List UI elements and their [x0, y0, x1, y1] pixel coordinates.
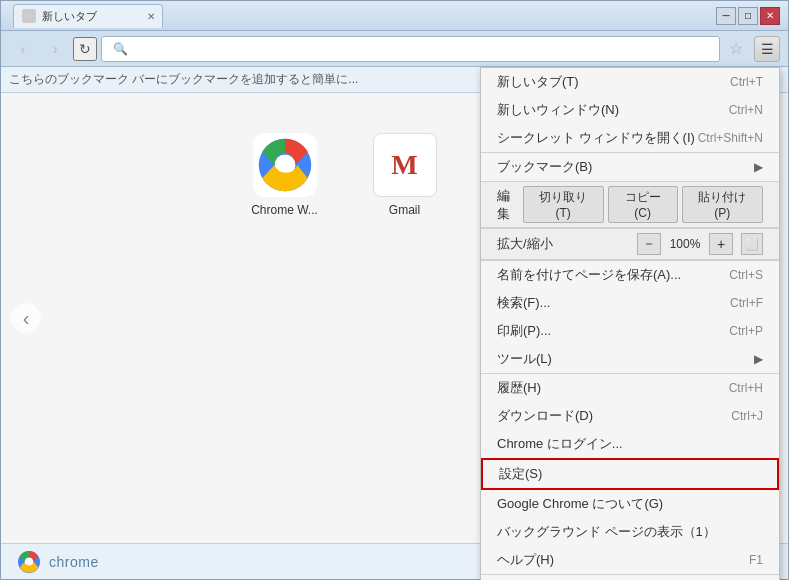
menu-item-label-help: ヘルプ(H) [497, 551, 749, 569]
toolbar: ‹ › ↻ 🔍 ☆ ☰ [1, 31, 788, 67]
menu-item-help[interactable]: ヘルプ(H)F1 [481, 546, 779, 574]
zoom-out-button[interactable]: － [637, 233, 661, 255]
chrome-menu-button[interactable]: ☰ [754, 36, 780, 62]
menu-item-label-bookmarks: ブックマーク(B) [497, 158, 754, 176]
menu-item-shortcut-print: Ctrl+P [729, 324, 763, 338]
tab-close-button[interactable]: ✕ [144, 9, 158, 23]
bookmark-bar-text: こちらのブックマーク バーにブックマークを追加すると簡単に... [9, 71, 358, 88]
fullscreen-button[interactable]: ⬜ [741, 233, 763, 255]
menu-item-incognito[interactable]: シークレット ウィンドウを開く(I)Ctrl+Shift+N [481, 124, 779, 152]
chrome-logo: chrome [17, 550, 99, 574]
menu-item-history[interactable]: 履歴(H)Ctrl+H [481, 373, 779, 402]
title-bar: 新しいタブ ✕ ─ □ ✕ [1, 1, 788, 31]
menu-item-shortcut-save-page: Ctrl+S [729, 268, 763, 282]
toolbar-right: ☆ ☰ [724, 36, 780, 62]
menu-item-label-downloads: ダウンロード(D) [497, 407, 731, 425]
active-tab[interactable]: 新しいタブ ✕ [13, 4, 163, 28]
menu-item-tools[interactable]: ツール(L)▶ [481, 345, 779, 373]
cut-button[interactable]: 切り取り(T) [523, 186, 604, 223]
zoom-in-button[interactable]: + [709, 233, 733, 255]
reload-button[interactable]: ↻ [73, 37, 97, 61]
menu-item-label-save-page: 名前を付けてページを保存(A)... [497, 266, 729, 284]
menu-item-label-tools: ツール(L) [497, 350, 754, 368]
svg-point-2 [278, 158, 292, 172]
edit-buttons: 切り取り(T) コピー(C) 貼り付け(P) [523, 186, 763, 223]
forward-button[interactable]: › [41, 36, 69, 62]
menu-item-shortcut-incognito: Ctrl+Shift+N [698, 131, 763, 145]
menu-item-label-history: 履歴(H) [497, 379, 729, 397]
chrome-webstore-icon [253, 133, 317, 197]
menu-item-search[interactable]: 検索(F)...Ctrl+F [481, 289, 779, 317]
chrome-webstore-label: Chrome W... [251, 203, 318, 217]
menu-item-login[interactable]: Chrome にログイン... [481, 430, 779, 458]
gmail-icon: M [373, 133, 437, 197]
edit-label: 編集 [497, 187, 523, 223]
menu-item-quit[interactable]: 終了(X) [481, 574, 779, 580]
copy-button[interactable]: コピー(C) [608, 186, 678, 223]
app-item-gmail[interactable]: M Gmail [360, 133, 450, 217]
close-button[interactable]: ✕ [760, 7, 780, 25]
menu-item-shortcut-new-window: Ctrl+N [729, 103, 763, 117]
menu-item-shortcut-search: Ctrl+F [730, 296, 763, 310]
menu-item-shortcut-help: F1 [749, 553, 763, 567]
chrome-logo-text: chrome [49, 554, 99, 570]
menu-item-arrow-bookmarks: ▶ [754, 160, 763, 174]
menu-item-label-about: Google Chrome について(G) [497, 495, 763, 513]
window-controls: ─ □ ✕ [716, 7, 780, 25]
menu-item-shortcut-history: Ctrl+H [729, 381, 763, 395]
chrome-logo-icon [17, 550, 41, 574]
menu-item-label-search: 検索(F)... [497, 294, 730, 312]
menu-item-arrow-tools: ▶ [754, 352, 763, 366]
edit-section: 編集 切り取り(T) コピー(C) 貼り付け(P) [481, 181, 779, 228]
menu-item-background[interactable]: バックグラウンド ページの表示（1） [481, 518, 779, 546]
menu-item-save-page[interactable]: 名前を付けてページを保存(A)...Ctrl+S [481, 260, 779, 289]
menu-item-downloads[interactable]: ダウンロード(D)Ctrl+J [481, 402, 779, 430]
menu-item-label-print: 印刷(P)... [497, 322, 729, 340]
zoom-value: 100% [665, 237, 705, 251]
menu-item-label-incognito: シークレット ウィンドウを開く(I) [497, 129, 698, 147]
omnibox[interactable]: 🔍 [101, 36, 720, 62]
menu-item-shortcut-downloads: Ctrl+J [731, 409, 763, 423]
menu-item-print[interactable]: 印刷(P)...Ctrl+P [481, 317, 779, 345]
search-icon: 🔍 [110, 39, 130, 59]
gmail-label: Gmail [389, 203, 420, 217]
menu-item-label-new-tab: 新しいタブ(T) [497, 73, 730, 91]
tab-label: 新しいタブ [42, 9, 97, 24]
menu-item-about[interactable]: Google Chrome について(G) [481, 490, 779, 518]
paste-button[interactable]: 貼り付け(P) [682, 186, 763, 223]
bookmark-star-button[interactable]: ☆ [724, 37, 748, 61]
menu-item-shortcut-new-tab: Ctrl+T [730, 75, 763, 89]
browser-window: 新しいタブ ✕ ─ □ ✕ ‹ › ↻ 🔍 ☆ ☰ こちらのブックマーク バーに… [0, 0, 789, 580]
menu-item-label-login: Chrome にログイン... [497, 435, 763, 453]
menu-item-label-new-window: 新しいウィンドウ(N) [497, 101, 729, 119]
menu-item-new-tab[interactable]: 新しいタブ(T)Ctrl+T [481, 68, 779, 96]
zoom-section: 拡大/縮小 － 100% + ⬜ [481, 228, 779, 260]
minimize-button[interactable]: ─ [716, 7, 736, 25]
menu-item-bookmarks[interactable]: ブックマーク(B)▶ [481, 152, 779, 181]
maximize-button[interactable]: □ [738, 7, 758, 25]
tab-favicon [22, 9, 36, 23]
menu-item-settings[interactable]: 設定(S) [481, 458, 779, 490]
tab-area: 新しいタブ ✕ [5, 4, 716, 28]
chrome-dropdown-menu: 新しいタブ(T)Ctrl+T新しいウィンドウ(N)Ctrl+Nシークレット ウィ… [480, 67, 780, 580]
apps-nav-left[interactable]: ‹ [11, 303, 41, 333]
app-item-chrome[interactable]: Chrome W... [240, 133, 330, 217]
svg-point-5 [26, 559, 32, 565]
back-button[interactable]: ‹ [9, 36, 37, 62]
zoom-label: 拡大/縮小 [497, 235, 553, 253]
menu-item-label-settings: 設定(S) [499, 465, 761, 483]
menu-item-label-background: バックグラウンド ページの表示（1） [497, 523, 763, 541]
zoom-controls: － 100% + ⬜ [637, 233, 763, 255]
menu-item-new-window[interactable]: 新しいウィンドウ(N)Ctrl+N [481, 96, 779, 124]
